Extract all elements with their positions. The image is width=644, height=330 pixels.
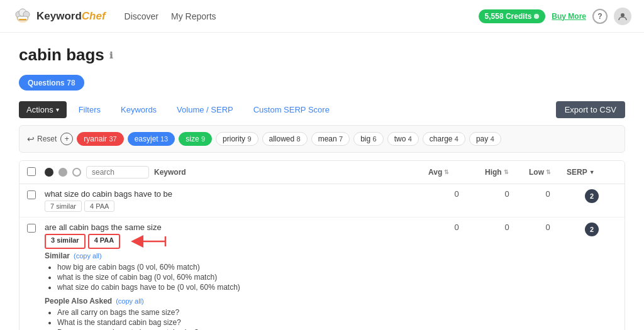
filters-button[interactable]: Filters: [70, 101, 109, 119]
high-value: 0: [485, 223, 529, 232]
avg-value: 0: [428, 223, 485, 232]
page-title-row: cabin bags ℹ: [19, 45, 625, 65]
row-checkbox-col: [27, 189, 45, 199]
toolbar: Actions Filters Keywords Volume / SERP C…: [19, 101, 625, 119]
row-checkbox-col: [27, 223, 45, 233]
reset-label: Reset: [37, 135, 57, 143]
serp-col: 2: [567, 223, 617, 236]
keyword-col-header: Keyword: [45, 166, 428, 179]
reset-filter-button[interactable]: ↩ Reset: [27, 134, 57, 144]
similar-copy-all-link[interactable]: (copy all): [74, 252, 102, 260]
nav-discover[interactable]: Discover: [125, 11, 158, 21]
filter-tag-mean[interactable]: mean 7: [311, 132, 350, 146]
low-col-header[interactable]: Low ⇅: [529, 168, 567, 177]
paa-badge[interactable]: 4 PAA: [84, 201, 114, 212]
similar-list: how big are cabin bags (0 vol, 60% match…: [57, 263, 617, 292]
table-row: what size do cabin bags have to be 7 sim…: [19, 184, 625, 217]
credits-dot: [534, 14, 539, 19]
low-value: 0: [529, 189, 567, 199]
paa-list: Are all carry on bags the same size? Wha…: [57, 308, 617, 330]
paa-copy-all-link[interactable]: (copy all): [116, 297, 144, 305]
similar-section-label: Similar (copy all): [45, 251, 617, 260]
list-item: how big are cabin bags (0 vol, 60% match…: [57, 263, 617, 272]
filter-tag-easyjet[interactable]: easyjet 13: [128, 132, 175, 146]
red-arrow-icon: [128, 234, 172, 249]
page-content: cabin bags ℹ Questions 78 Actions Filter…: [0, 33, 644, 330]
expanded-details: Similar (copy all) how big are cabin bag…: [19, 251, 625, 330]
circle-empty-icon: [72, 168, 81, 177]
add-filter-button[interactable]: +: [60, 133, 73, 145]
questions-count: 78: [67, 79, 75, 87]
similar-badge[interactable]: 7 similar: [45, 201, 82, 212]
list-item: what is the size of cabin bag (0 vol, 60…: [57, 273, 617, 282]
actions-button[interactable]: Actions: [19, 101, 67, 118]
table-header: Keyword Avg ⇅ High ⇅ Low ⇅ SERP ▼: [19, 161, 625, 184]
row-keyword-col: are all cabin bags the same size 3 simil…: [45, 223, 428, 249]
filter-row: ↩ Reset + ryanair 37 easyjet 13 size 9 p…: [19, 125, 625, 153]
filter-tag-pay[interactable]: pay 4: [469, 132, 501, 146]
serp-badge: 2: [585, 189, 599, 203]
logo: KeywordChef: [13, 6, 106, 26]
filter-tag-two[interactable]: two 4: [387, 132, 419, 146]
questions-badge: Questions 78: [19, 75, 84, 91]
filter-tag-allowed[interactable]: allowed 8: [262, 132, 308, 146]
row-keyword-col: what size do cabin bags have to be 7 sim…: [45, 189, 428, 212]
keywords-button[interactable]: Keywords: [113, 101, 165, 119]
logo-icon: [13, 6, 33, 26]
list-item: Are all carry on bags the same size?: [57, 308, 617, 317]
table-row-expanded: are all cabin bags the same size 3 simil…: [19, 217, 625, 330]
svg-rect-5: [19, 19, 26, 20]
keyword-table: Keyword Avg ⇅ High ⇅ Low ⇅ SERP ▼ what s…: [19, 160, 625, 330]
serp-col-header[interactable]: SERP ▼: [567, 168, 617, 177]
header: KeywordChef Discover My Reports 5,558 Cr…: [0, 0, 644, 33]
keyword-text: what size do cabin bags have to be: [45, 189, 172, 199]
filter-tag-ryanair[interactable]: ryanair 37: [77, 132, 123, 146]
select-all-col: [27, 167, 45, 178]
circle-black-icon: [45, 168, 53, 177]
credits-value: 5,558 Credits: [485, 12, 532, 21]
keyword-text: are all cabin bags the same size: [45, 223, 162, 232]
main-nav: Discover My Reports: [125, 11, 216, 21]
logo-text: KeywordChef: [36, 10, 106, 23]
filter-tag-big[interactable]: big 6: [353, 132, 383, 146]
page-title-info-icon[interactable]: ℹ: [109, 50, 113, 60]
custom-serp-button[interactable]: Custom SERP Score: [245, 101, 338, 119]
page-title: cabin bags: [19, 45, 104, 65]
filter-tag-charge[interactable]: charge 4: [423, 132, 465, 146]
serp-badge: 2: [585, 223, 599, 236]
list-item: What is the standard cabin bag size?: [57, 318, 617, 327]
serp-col: 2: [567, 189, 617, 203]
high-col-header[interactable]: High ⇅: [485, 168, 529, 177]
keyword-search-input[interactable]: [86, 166, 149, 179]
avg-col-header[interactable]: Avg ⇅: [428, 168, 485, 177]
keyword-col-label: Keyword: [154, 168, 186, 177]
list-item: what size do cabin bags have to be (0 vo…: [57, 283, 617, 292]
export-button[interactable]: Export to CSV: [556, 101, 625, 118]
similar-badge-highlighted[interactable]: 3 similar: [45, 234, 86, 249]
user-avatar[interactable]: [614, 8, 631, 25]
circle-gray-icon: [58, 168, 67, 177]
row-checkbox[interactable]: [27, 224, 36, 233]
header-right: 5,558 Credits Buy More ?: [479, 8, 631, 25]
table-row-main: are all cabin bags the same size 3 simil…: [19, 217, 625, 251]
filter-tag-priority[interactable]: priority 9: [216, 132, 258, 146]
help-icon[interactable]: ?: [592, 9, 608, 24]
avg-value: 0: [428, 189, 485, 199]
paa-section-label: People Also Asked (copy all): [45, 297, 617, 305]
questions-label: Questions: [28, 79, 65, 87]
select-all-checkbox[interactable]: [27, 167, 36, 176]
volume-serp-button[interactable]: Volume / SERP: [169, 101, 242, 119]
filter-tag-size[interactable]: size 9: [179, 132, 212, 146]
row-checkbox[interactable]: [27, 190, 36, 199]
credits-badge: 5,558 Credits: [479, 9, 546, 23]
low-value: 0: [529, 223, 567, 232]
buy-more-button[interactable]: Buy More: [552, 12, 586, 21]
paa-badge-highlighted[interactable]: 4 PAA: [88, 234, 121, 249]
high-value: 0: [485, 189, 529, 199]
nav-my-reports[interactable]: My Reports: [171, 11, 216, 21]
svg-point-6: [621, 13, 625, 17]
red-arrow-annotation: [128, 234, 172, 249]
